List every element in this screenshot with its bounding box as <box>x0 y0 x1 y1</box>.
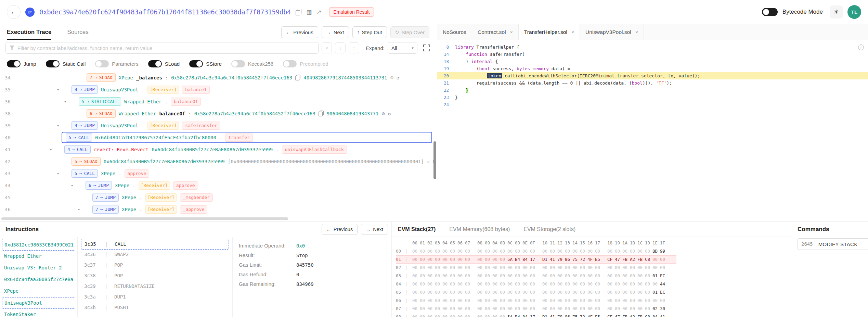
vertical-scrollbar[interactable] <box>433 141 436 179</box>
next-match-button[interactable]: ↓ <box>335 42 346 53</box>
arrow-right-icon: → <box>79 171 82 176</box>
copy-icon[interactable] <box>296 9 301 15</box>
instruction-item[interactable]: 3c3b|PUSH1 <box>81 303 229 313</box>
avatar[interactable]: TL <box>847 5 861 19</box>
trace-toggle-sstore[interactable]: SStore <box>189 60 222 67</box>
row-number: 34 <box>5 75 11 80</box>
hex-byte: 00 <box>427 272 435 280</box>
bytecode-mode-toggle[interactable] <box>762 8 778 16</box>
hex-byte: 00 <box>557 288 565 296</box>
toggle-switch[interactable] <box>189 60 203 67</box>
debug-globe-icon[interactable]: ⊕ <box>381 111 385 117</box>
trace-row[interactable]: 457→JUMPXPepe.[Receiver]_msgSender <box>0 191 437 203</box>
toggle-switch[interactable] <box>283 60 297 67</box>
contract-list-item[interactable]: TokenStaker <box>2 309 75 317</box>
hex-byte: 00 <box>587 280 595 288</box>
fullscreen-icon[interactable] <box>423 45 430 51</box>
contract-list-item[interactable]: UniswapV3Pool <box>2 297 75 309</box>
trace-row[interactable]: 41▾4→CALLrevert: Reve…Revert0x64dc84faa3… <box>0 143 437 155</box>
contract-list-item[interactable]: 0x64dc84faa300B5f27c7eBa <box>2 274 75 286</box>
instruction-next-button[interactable]: →Next <box>361 224 388 235</box>
toggle-switch[interactable] <box>7 60 21 67</box>
contract-list-item[interactable]: 0xd3812ce98633CB3499C021 <box>2 239 75 251</box>
transaction-hash[interactable]: 0xbdec39a74e620fc624f90483aff067b17044f8… <box>39 8 291 16</box>
toggle-switch[interactable] <box>231 60 245 67</box>
instruction-item[interactable]: 3c38|POP <box>81 271 229 281</box>
previous-button[interactable]: ←Previous <box>281 26 318 38</box>
evm-tab-evm-memory-608-bytes-[interactable]: EVM Memory(608 bytes) <box>449 226 510 232</box>
toggle-switch[interactable] <box>95 60 109 67</box>
code-text: token.call(abi.encodeWithSelector(IERC20… <box>455 72 700 79</box>
collapse-chevron-icon[interactable]: ▾ <box>54 171 68 176</box>
info-icon[interactable]: ⓘ <box>858 43 864 51</box>
contract-list-item[interactable]: Uniswap V3: Router 2 <box>2 262 75 274</box>
trace-row[interactable]: 46▾7→JUMPXPepe.[Receiver]_approve <box>0 203 437 215</box>
trace-row[interactable]: 425→SLOAD0x64dc84faa300B5f27c7eBaE8D867d… <box>0 155 437 167</box>
trace-toggle-parameters[interactable]: Parameters <box>95 60 139 67</box>
next-button[interactable]: →Next <box>322 26 349 38</box>
trace-row[interactable]: 347→SLOADXPepe_balances:0x58e278a7b4a3e9… <box>0 72 437 84</box>
trace-filter-input[interactable] <box>17 45 314 51</box>
prev-match-button[interactable]: ↑ <box>349 42 359 53</box>
contract-list-item[interactable]: Wrapped Ether <box>2 251 75 262</box>
trace-row[interactable]: 43▾5→CALLXPepe.approve <box>0 167 437 179</box>
trace-toggle-jump[interactable]: Jump <box>7 60 36 67</box>
trace-toggle-static-call[interactable]: Static Call <box>46 60 86 67</box>
grid-icon[interactable]: ▦ <box>306 9 312 16</box>
toggle-switch[interactable] <box>46 60 60 67</box>
horizontal-scrollbar[interactable] <box>1 217 288 220</box>
step-out-label: Step Out <box>362 29 382 35</box>
share-icon[interactable]: ↗ <box>316 9 321 16</box>
tab-execution-trace[interactable]: Execution Trace <box>7 24 51 40</box>
trace-row[interactable]: 44▾6→JUMPXPepe.[Receiver]approve <box>0 179 437 191</box>
trace-toggle-precompiled[interactable]: Precompiled <box>283 60 328 67</box>
collapse-chevron-icon[interactable]: ▾ <box>54 123 68 128</box>
source-tab-uniswapv3pool-sol[interactable]: UniswapV3Pool.sol× <box>580 24 644 40</box>
tab-sources[interactable]: Sources <box>67 24 88 40</box>
hex-byte: E5 <box>595 255 603 264</box>
close-tab-icon[interactable]: × <box>635 29 638 35</box>
trace-row[interactable]: 35▾4→JUMPUniswapV3Pool.[Receiver]balance… <box>0 84 437 96</box>
clear-filter-button[interactable]: × <box>322 42 332 53</box>
collapse-chevron-icon[interactable]: ▾ <box>47 147 61 152</box>
source-tab-transferhelper-sol[interactable]: TransferHelper.sol× <box>519 24 580 40</box>
source-tab-nosource[interactable]: NoSource <box>437 24 472 40</box>
collapse-chevron-icon[interactable]: ▾ <box>61 99 76 104</box>
toggle-knob <box>284 61 289 67</box>
collapse-chevron-icon[interactable]: ▾ <box>75 207 89 212</box>
copy-icon[interactable] <box>319 111 324 116</box>
command-item[interactable]: 2645 MODIFY STACK <box>798 238 868 250</box>
evm-tab-evm-storage-2-slots-[interactable]: EVM Storage(2 slots) <box>523 226 575 232</box>
trace-row[interactable]: 36▾5→STATICCALLWrapped Ether.balanceOf <box>0 96 437 107</box>
trace-toggle-keccak256[interactable]: Keccak256 <box>231 60 273 67</box>
copy-icon[interactable] <box>295 75 300 80</box>
collapse-chevron-icon[interactable]: ▾ <box>68 183 82 188</box>
trace-toggle-sload[interactable]: SLoad <box>148 60 180 67</box>
step-over-button[interactable]: ↻Step Over <box>390 26 429 38</box>
instruction-item[interactable]: 3c3a|DUP1 <box>81 292 229 303</box>
step-out-button[interactable]: ↑Step Out <box>352 26 387 38</box>
history-icon[interactable]: ↺ <box>388 111 391 117</box>
selected-trace-row-box[interactable]: 5→CALL0x6Ab48417d14179B675724fE5cF47fba2… <box>62 132 432 143</box>
hex-byte-group: 0000000000000000 <box>477 296 537 305</box>
instruction-item[interactable]: 3c39|RETURNDATASIZE <box>81 281 229 292</box>
close-tab-icon[interactable]: × <box>510 29 513 35</box>
history-icon[interactable]: ↺ <box>397 75 400 81</box>
expand-select[interactable]: All ▾ <box>388 42 417 54</box>
close-tab-icon[interactable]: × <box>571 29 574 35</box>
toggle-switch[interactable] <box>148 60 162 67</box>
back-button[interactable]: ← <box>7 5 21 19</box>
source-tab-contract-sol[interactable]: Contract.sol× <box>472 24 519 40</box>
instruction-item[interactable]: 3c36|SWAP2 <box>81 250 229 260</box>
instruction-previous-button[interactable]: ←Previous <box>322 224 358 235</box>
theme-button[interactable]: ☀ <box>830 5 843 18</box>
debug-globe-icon[interactable]: ⊕ <box>390 75 393 81</box>
evm-tab-evm-stack-27-[interactable]: EVM Stack(27) <box>398 226 436 232</box>
trace-row[interactable]: 386→SLOADWrapped EtherbalanceOf:0x58e278… <box>0 107 437 119</box>
trace-row[interactable]: 405→CALL0x6Ab48417d14179B675724fE5cF47fb… <box>0 131 437 143</box>
collapse-chevron-icon[interactable]: ▾ <box>54 87 68 92</box>
instruction-item[interactable]: 3c35|CALL <box>81 239 229 250</box>
contract-list-item[interactable]: XPepe <box>2 286 75 297</box>
trace-row[interactable]: 39▾4→JUMPUniswapV3Pool.[Receiver]safeTra… <box>0 119 437 131</box>
instruction-item[interactable]: 3c37|POP <box>81 260 229 271</box>
